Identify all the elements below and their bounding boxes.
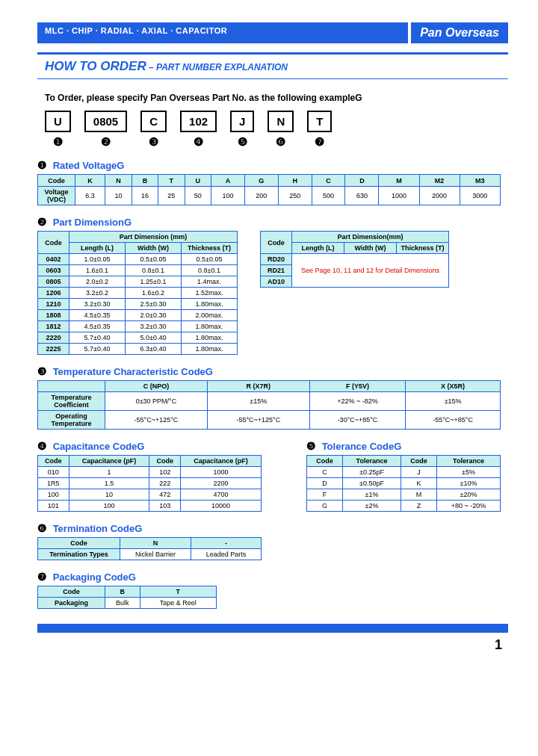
header-row: MLC · CHIP · RADIAL · AXIAL · CAPACITOR … (37, 22, 508, 43)
title-sub: – PART NUMBER EXPLANATION (146, 62, 288, 72)
table-part-dim-b: CodePart Dimension(mm)Length (L)Width (W… (260, 231, 449, 288)
part-num: ❹ (194, 135, 203, 149)
part-box: U (45, 111, 71, 132)
part-num: ❶ (53, 135, 63, 149)
section-4-head: ❹ Capacitance CodeG (37, 440, 262, 452)
table-part-dim-a: CodePart Dimension (mm)Length (L)Width (… (37, 231, 238, 355)
part-num: ❸ (149, 135, 158, 149)
table-termination: CodeN-Termination TypesNickel BarrierLea… (37, 537, 262, 560)
part-box: J (230, 111, 254, 132)
page-number: 1 (37, 637, 502, 653)
part-box: N (268, 111, 294, 132)
order-instruction: To Order, please specify Pan Overseas Pa… (45, 93, 508, 103)
section-6-head: ❻ Termination CodeG (37, 522, 508, 534)
part-num: ❺ (238, 135, 247, 149)
table-packaging: CodeBTPackagingBulkTape & Reel (37, 586, 217, 609)
section-2-head: ❷ Part DimensionG (37, 216, 508, 228)
section-5-head: ❺ Tolerance CodeG (306, 440, 501, 452)
part-box: T (307, 111, 332, 132)
part-num: ❻ (276, 135, 285, 149)
table-capacitance: CodeCapacitance (pF)CodeCapacitance (pF)… (37, 455, 262, 512)
title-bar: HOW TO ORDER – PART NUMBER EXPLANATION (37, 52, 508, 79)
part-num: ❷ (101, 135, 111, 149)
part-box: 102 (180, 111, 217, 132)
section-3-head: ❸ Temperature Characteristic CodeG (37, 365, 508, 377)
part-number-boxes: U❶0805❷C❸102❹J❺N❻T❼ (45, 111, 508, 149)
table-tolerance: CodeToleranceCodeToleranceC±0.25pFJ±5%D±… (306, 455, 501, 512)
part-box: C (140, 111, 167, 132)
header-right: Pan Overseas (411, 22, 508, 43)
title-main: HOW TO ORDER (45, 59, 146, 73)
table-temp-char: C (NPO)R (X7R)F (Y5V)X (X5R)Temperature … (37, 380, 501, 430)
section-7-head: ❼ Packaging CodeG (37, 571, 508, 583)
header-left: MLC · CHIP · RADIAL · AXIAL · CAPACITOR (37, 22, 408, 43)
section-1-head: ❶ Rated VoltageG (37, 159, 508, 171)
part-box: 0805 (84, 111, 127, 132)
part-num: ❼ (315, 135, 324, 149)
table-rated-voltage: CodeKNBTUAGHCDMM2M3Voltage (VDC)6.310162… (37, 174, 501, 205)
footer-bar (37, 624, 508, 633)
